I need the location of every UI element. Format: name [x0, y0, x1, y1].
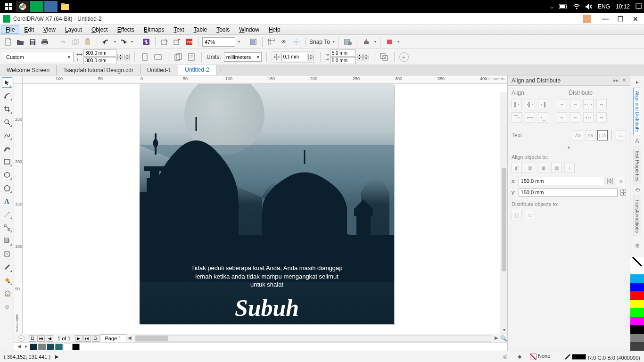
- tray-volume-icon[interactable]: [586, 4, 592, 9]
- minimize-button[interactable]: —: [600, 15, 611, 23]
- side-tab-transformations[interactable]: Transformations: [633, 196, 641, 236]
- palette-menu[interactable]: ▸: [23, 344, 29, 350]
- doc-color-swatch[interactable]: [38, 344, 46, 350]
- quick-customize[interactable]: ⊕: [2, 302, 12, 312]
- align-to-page-edge-button[interactable]: ▦: [525, 163, 535, 173]
- menu-layout[interactable]: Layout: [60, 25, 87, 34]
- color-swatch[interactable]: [630, 300, 644, 308]
- transparency-tool[interactable]: [2, 249, 12, 259]
- rectangle-tool[interactable]: [2, 156, 12, 167]
- menu-view[interactable]: View: [39, 25, 60, 34]
- text-bounding-box-button[interactable]: ⬚A: [597, 130, 608, 140]
- menu-object[interactable]: Object: [87, 25, 113, 34]
- color-swatch[interactable]: [630, 334, 644, 342]
- side-tab-text-icon[interactable]: A: [633, 136, 642, 146]
- snap-to-dropdown[interactable]: ▾: [333, 40, 335, 44]
- text-first-line-button[interactable]: A̲a: [585, 130, 595, 140]
- nudge-input[interactable]: [281, 53, 307, 61]
- zoom-dropdown[interactable]: ▾: [238, 40, 240, 44]
- align-top-button[interactable]: ▔▪: [512, 112, 522, 123]
- menu-help[interactable]: Help: [264, 25, 285, 34]
- cut-button[interactable]: ✂: [58, 37, 68, 47]
- no-color-swatch[interactable]: [630, 257, 644, 266]
- all-pages-button[interactable]: [173, 52, 183, 62]
- menu-tools[interactable]: Tools: [212, 25, 234, 34]
- shape-tool[interactable]: [2, 90, 12, 101]
- color-swatch[interactable]: [630, 283, 644, 291]
- drawing-canvas[interactable]: Tidak peduli seberapa kuat Anda, Anda ma…: [23, 84, 507, 334]
- horizontal-ruler[interactable]: millimeters 1005005010015020025030035040…: [23, 75, 507, 84]
- document-tab[interactable]: Untitled-2: [178, 65, 216, 75]
- redo-dropdown[interactable]: ▾: [131, 40, 133, 44]
- portrait-button[interactable]: [140, 52, 150, 62]
- freehand-tool[interactable]: [2, 130, 12, 140]
- add-page-after-button[interactable]: 🗋: [92, 335, 99, 342]
- height-spinner-up[interactable]: ▴: [124, 54, 130, 57]
- launch-dropdown[interactable]: ▾: [374, 40, 376, 44]
- undo-button[interactable]: [101, 37, 111, 47]
- align-to-point-button[interactable]: ⊹: [564, 163, 575, 173]
- dist-left-button[interactable]: ▪▪: [557, 99, 567, 109]
- snap-to-label[interactable]: Snap To: [309, 39, 330, 45]
- align-center-v-button[interactable]: ▪━▪: [525, 112, 535, 123]
- tray-notifications-icon[interactable]: [636, 3, 642, 10]
- color-swatch[interactable]: [630, 325, 644, 334]
- side-tab-text-properties[interactable]: Text Properties: [633, 147, 641, 185]
- export-button[interactable]: [172, 37, 182, 47]
- tray-language[interactable]: ENG: [598, 3, 610, 10]
- tray-battery-icon[interactable]: [559, 4, 568, 9]
- connector-tool[interactable]: [2, 222, 12, 233]
- page-height-input[interactable]: [83, 57, 116, 64]
- maximize-button[interactable]: ❐: [615, 15, 626, 23]
- quick-customize-bottom[interactable]: +: [18, 335, 25, 342]
- start-button[interactable]: [2, 1, 15, 12]
- color-swatch[interactable]: [630, 266, 644, 274]
- treat-as-filled-button[interactable]: [379, 52, 389, 62]
- side-tab-hints-icon[interactable]: ▸: [633, 77, 642, 87]
- align-center-h-button[interactable]: ▪▌▪: [525, 99, 535, 109]
- coord-x-input[interactable]: [519, 177, 604, 185]
- document-tab[interactable]: Untitled-1: [140, 65, 178, 75]
- align-to-grid-button[interactable]: ▦: [551, 163, 561, 173]
- taskbar-app-3[interactable]: [44, 1, 58, 12]
- tray-clock[interactable]: 10:12: [616, 3, 630, 10]
- page-preset-select[interactable]: Custom▾: [3, 52, 74, 62]
- vertical-scrollbar[interactable]: ▾: [500, 92, 507, 334]
- duplicate-x-input[interactable]: [330, 49, 356, 57]
- side-tab-add-icon[interactable]: ⊕: [633, 241, 642, 250]
- units-select[interactable]: millimeters▾: [224, 52, 262, 62]
- document-tab[interactable]: Welcome Screen: [0, 65, 57, 75]
- app-switch-dropdown[interactable]: ▾: [397, 40, 399, 44]
- ellipse-tool[interactable]: [2, 170, 12, 180]
- menu-table[interactable]: Table: [189, 25, 212, 34]
- dist-center-v-button[interactable]: ▪▪: [570, 112, 580, 123]
- show-grid-button[interactable]: 👁: [279, 37, 289, 47]
- coord-y-input[interactable]: [519, 188, 618, 197]
- doc-color-swatch[interactable]: [64, 344, 71, 350]
- dist-top-button[interactable]: ▪▪: [557, 112, 567, 123]
- width-spinner-down[interactable]: ▾: [117, 57, 123, 60]
- paste-button[interactable]: [83, 37, 93, 47]
- publish-pdf-button[interactable]: PDF: [184, 37, 194, 47]
- color-swatch[interactable]: [630, 317, 644, 325]
- zoom-page-button[interactable]: 🔍: [500, 335, 507, 342]
- horizontal-scrollbar[interactable]: [135, 335, 491, 342]
- dist-spacing-v-button[interactable]: ▪↕▪: [583, 112, 594, 123]
- dist-bottom-button[interactable]: ▪▪: [596, 112, 607, 123]
- menu-bitmaps[interactable]: Bitmaps: [139, 25, 169, 34]
- menu-window[interactable]: Window: [234, 25, 264, 34]
- taskbar-app-chrome[interactable]: [16, 1, 29, 12]
- doc-color-swatch[interactable]: [72, 344, 80, 350]
- align-left-button[interactable]: ▌▪: [512, 99, 522, 109]
- menu-text[interactable]: Text: [169, 25, 189, 34]
- color-swatch[interactable]: [630, 291, 644, 300]
- status-play-icon[interactable]: ▶: [55, 354, 59, 359]
- width-spinner-up[interactable]: ▴: [117, 54, 123, 57]
- menu-file[interactable]: File: [1, 25, 19, 34]
- doc-color-swatch[interactable]: [30, 344, 37, 350]
- launch-button[interactable]: [361, 37, 372, 47]
- landscape-button[interactable]: [153, 52, 163, 62]
- drop-shadow-tool[interactable]: [2, 236, 12, 246]
- coord-pick-button[interactable]: ⊕: [616, 176, 626, 186]
- hscroll-left[interactable]: ◀: [126, 335, 133, 342]
